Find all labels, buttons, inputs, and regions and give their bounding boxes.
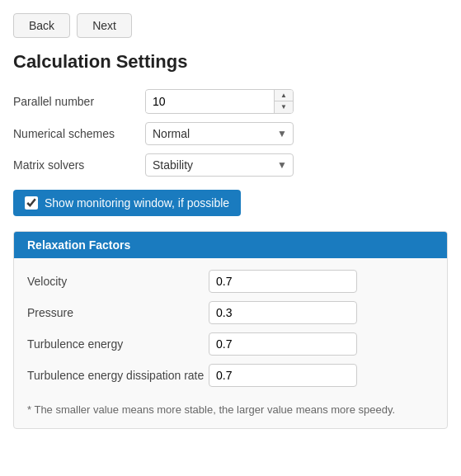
pressure-row: Pressure	[27, 301, 434, 324]
parallel-number-label: Parallel number	[13, 95, 145, 108]
velocity-input[interactable]	[209, 270, 357, 293]
turbulence-energy-input[interactable]	[209, 332, 357, 356]
matrix-solvers-select[interactable]: Stability Speed Balanced	[145, 153, 294, 177]
pressure-label: Pressure	[27, 306, 209, 319]
turbulence-energy-row: Turbulence energy	[27, 332, 434, 356]
parallel-number-spinners: ▲ ▼	[274, 90, 293, 113]
relaxation-factors-header: Relaxation Factors	[14, 232, 447, 258]
pressure-input[interactable]	[209, 301, 357, 324]
back-button[interactable]: Back	[13, 13, 70, 38]
numerical-schemes-label: Numerical schemes	[13, 127, 145, 140]
velocity-row: Velocity	[27, 270, 434, 293]
matrix-solvers-select-wrap: Stability Speed Balanced ▼	[145, 153, 294, 177]
page-title: Calculation Settings	[13, 51, 448, 73]
parallel-number-down[interactable]: ▼	[275, 101, 293, 113]
numerical-schemes-row: Numerical schemes Normal High accuracy S…	[13, 122, 448, 145]
top-buttons-bar: Back Next	[13, 13, 448, 38]
matrix-solvers-row: Matrix solvers Stability Speed Balanced …	[13, 153, 448, 177]
turbulence-dissipation-row: Turbulence energy dissipation rate	[27, 364, 434, 387]
relaxation-rows: Velocity Pressure Turbulence energy Turb…	[14, 270, 447, 387]
monitoring-window-checkbox[interactable]	[25, 196, 38, 210]
velocity-label: Velocity	[27, 275, 209, 288]
relaxation-factors-section: Relaxation Factors Velocity Pressure Tur…	[13, 231, 448, 429]
matrix-solvers-label: Matrix solvers	[13, 158, 145, 172]
turbulence-dissipation-input[interactable]	[209, 364, 357, 387]
numerical-schemes-select[interactable]: Normal High accuracy Stable	[145, 122, 294, 145]
parallel-number-up[interactable]: ▲	[275, 90, 293, 101]
monitoring-window-checkbox-row[interactable]: Show monitoring window, if possible	[13, 190, 241, 216]
next-button[interactable]: Next	[77, 13, 132, 38]
parallel-number-input[interactable]	[146, 91, 274, 112]
form-section: Parallel number ▲ ▼ Numerical schemes No…	[13, 89, 448, 177]
turbulence-dissipation-label: Turbulence energy dissipation rate	[27, 369, 209, 382]
monitoring-window-label: Show monitoring window, if possible	[45, 196, 229, 210]
parallel-number-row: Parallel number ▲ ▼	[13, 89, 448, 114]
parallel-number-input-wrap: ▲ ▼	[145, 89, 294, 114]
relaxation-note: * The smaller value means more stable, t…	[14, 395, 447, 418]
turbulence-energy-label: Turbulence energy	[27, 337, 209, 351]
numerical-schemes-select-wrap: Normal High accuracy Stable ▼	[145, 122, 294, 145]
